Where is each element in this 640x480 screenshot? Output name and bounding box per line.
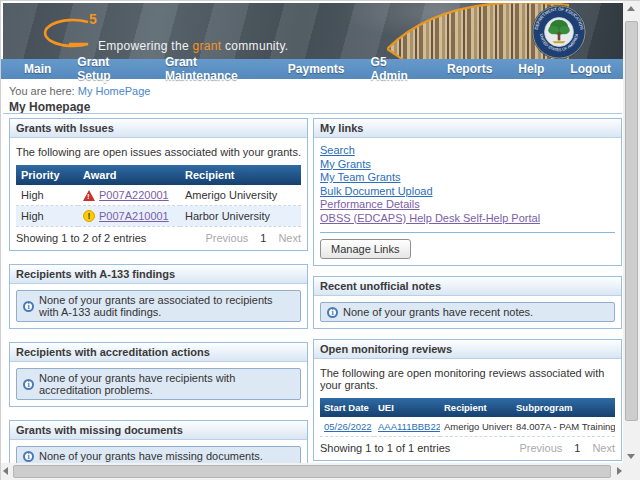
showing-entries-text: Showing 1 to 2 of 2 entries [16, 232, 146, 244]
pagination-page-1[interactable]: 1 [574, 442, 580, 454]
nav-item-logout[interactable]: Logout [557, 60, 624, 78]
list-item: OBSS (EDCAPS) Help Desk Self-Help Portal [320, 212, 615, 226]
priority-cell: High [16, 185, 78, 206]
panel-header: Recent unofficial notes [314, 277, 621, 296]
col-header-award: Award [78, 165, 180, 185]
scroll-left-icon[interactable] [3, 467, 8, 475]
g5-logo-superscript: 5 [89, 11, 97, 27]
panel-accreditation-actions: Recipients with accreditation actions i … [9, 342, 308, 407]
info-icon: i [23, 301, 34, 312]
panel-description: The following are open monitoring review… [320, 367, 615, 391]
tagline: Empowering the grant community. [98, 39, 289, 53]
info-message: i None of your grants have recipients wi… [16, 368, 301, 400]
panel-open-monitoring-reviews: Open monitoring reviews The following ar… [313, 339, 622, 461]
table-row: High !P007A220001 Amerigo University [16, 185, 301, 206]
scroll-up-icon[interactable] [627, 6, 635, 11]
left-column: Grants with Issues The following are ope… [9, 118, 308, 480]
col-header-recipient: Recipient [440, 398, 512, 417]
panel-header: Open monitoring reviews [314, 340, 621, 359]
main-navigation-bar: Main Grant Setup Grant Maintenance Payme… [1, 59, 624, 79]
panel-header: Recipients with accreditation actions [10, 343, 307, 362]
col-header-priority: Priority [16, 165, 78, 185]
pagination-next[interactable]: Next [278, 232, 301, 244]
subprogram-cell: 84.007A - PAM Training Program [512, 417, 615, 437]
panel-recent-unofficial-notes: Recent unofficial notes i None of your g… [313, 276, 622, 329]
header-banner: 5 Empowering the grant community. DEP [3, 3, 623, 59]
link-performance-details[interactable]: Performance Details [320, 198, 420, 210]
nav-item-grant-maintenance[interactable]: Grant Maintenance [152, 53, 275, 85]
recipient-cell: Harbor University [180, 206, 301, 227]
list-item: Search [320, 144, 615, 158]
showing-entries-text: Showing 1 to 1 of 1 entries [320, 442, 450, 454]
list-item: Bulk Document Upload [320, 185, 615, 199]
start-date-link[interactable]: 05/26/2022 [324, 421, 372, 432]
col-header-recipient: Recipient [180, 165, 301, 185]
col-header-start-date: Start Date [320, 398, 374, 417]
panel-my-links: My links Search My Grants My Team Grants… [313, 118, 622, 266]
list-item: Performance Details [320, 198, 615, 212]
info-message: i None of your grants are associated to … [16, 290, 301, 322]
col-header-uei: UEI [374, 398, 440, 417]
scroll-down-icon[interactable] [627, 454, 635, 459]
g5-logo-icon [29, 17, 91, 49]
uei-link[interactable]: AAA111BBB222 [378, 421, 440, 432]
right-column: My links Search My Grants My Team Grants… [313, 118, 622, 480]
title-divider [3, 113, 622, 114]
grants-with-issues-table: Priority Award Recipient High !P007A2200… [16, 165, 301, 227]
manage-links-button[interactable]: Manage Links [320, 239, 411, 259]
recipient-cell: Amerigo University [180, 185, 301, 206]
info-icon: i [327, 307, 338, 318]
panel-header: My links [314, 119, 621, 138]
pagination-previous[interactable]: Previous [519, 442, 562, 454]
scrollbar-corner [623, 463, 640, 480]
nav-item-grant-setup[interactable]: Grant Setup [64, 53, 152, 85]
vertical-scrollbar-thumb[interactable] [625, 21, 638, 421]
pagination-page-1[interactable]: 1 [260, 232, 266, 244]
monitoring-reviews-table: Start Date UEI Recipient Subprogram 05/2… [320, 398, 615, 437]
nav-item-reports[interactable]: Reports [434, 60, 505, 78]
page-title: My Homepage [9, 100, 90, 114]
panel-grants-with-issues: Grants with Issues The following are ope… [9, 118, 308, 251]
link-my-grants[interactable]: My Grants [320, 158, 371, 170]
department-of-education-seal: DEPARTMENT OF EDUCATION UNITED STATES OF… [531, 4, 587, 59]
nav-item-payments[interactable]: Payments [275, 60, 358, 78]
link-obss-help-desk[interactable]: OBSS (EDCAPS) Help Desk Self-Help Portal [320, 212, 540, 224]
pagination-previous[interactable]: Previous [205, 232, 248, 244]
g5-application-window: 5 Empowering the grant community. DEP [0, 0, 640, 480]
link-bulk-document-upload[interactable]: Bulk Document Upload [320, 185, 433, 197]
panel-description: The following are open issues associated… [16, 146, 301, 158]
table-row: 05/26/2022 AAA111BBB222 Amerigo Universi… [320, 417, 615, 437]
vertical-scrollbar[interactable] [623, 1, 640, 464]
nav-item-g5-admin[interactable]: G5 Admin [358, 53, 434, 85]
priority-cell: High [16, 206, 78, 227]
award-link[interactable]: P007A210001 [99, 210, 169, 222]
list-item: My Grants [320, 158, 615, 172]
link-my-team-grants[interactable]: My Team Grants [320, 171, 401, 183]
links-divider [320, 232, 615, 233]
info-icon: i [23, 451, 34, 462]
horizontal-scrollbar[interactable] [1, 463, 624, 480]
recipient-cell: Amerigo University [440, 417, 512, 437]
col-header-subprogram: Subprogram [512, 398, 615, 417]
tagline-grant-highlight: grant [193, 39, 222, 53]
pagination-next[interactable]: Next [592, 442, 615, 454]
award-link[interactable]: P007A220001 [99, 189, 169, 201]
list-item: My Team Grants [320, 171, 615, 185]
table-row: High !P007A210001 Harbor University [16, 206, 301, 227]
nav-item-help[interactable]: Help [505, 60, 557, 78]
breadcrumb-link-my-homepage[interactable]: My HomePage [78, 85, 151, 97]
link-search[interactable]: Search [320, 144, 355, 156]
info-icon: i [23, 379, 34, 390]
horizontal-scrollbar-thumb[interactable] [13, 465, 611, 478]
red-alert-icon: ! [83, 190, 95, 201]
panel-header: Grants with missing documents [10, 421, 307, 440]
info-message: i None of your grants have recent notes. [320, 302, 615, 322]
my-links-list: Search My Grants My Team Grants Bulk Doc… [320, 144, 615, 225]
yellow-warning-icon: ! [83, 210, 95, 222]
panel-header: Grants with Issues [10, 119, 307, 138]
breadcrumb: You are here: My HomePage [9, 85, 150, 97]
panel-a133-findings: Recipients with A-133 findings i None of… [9, 264, 308, 329]
nav-item-main[interactable]: Main [11, 60, 64, 78]
scroll-right-icon[interactable] [617, 467, 622, 475]
panel-header: Recipients with A-133 findings [10, 265, 307, 284]
